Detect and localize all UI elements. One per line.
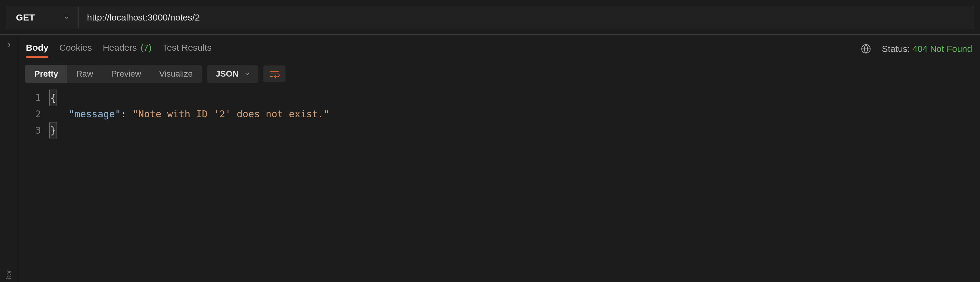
response-tabs: Body Cookies Headers (7) Test Results St… bbox=[25, 40, 973, 57]
tab-cookies[interactable]: Cookies bbox=[59, 41, 92, 57]
url-input[interactable] bbox=[78, 6, 974, 29]
code-line: 1 { bbox=[25, 90, 973, 106]
response-area: itor Body Cookies Headers (7) Test Resul… bbox=[0, 35, 980, 282]
left-gutter: itor bbox=[0, 35, 18, 282]
chevron-down-icon bbox=[63, 14, 70, 21]
expand-chevron-icon[interactable] bbox=[6, 42, 12, 48]
request-bar: GET bbox=[6, 6, 974, 29]
line-number: 3 bbox=[25, 122, 49, 138]
code-line: 2 "message": "Note with ID '2' does not … bbox=[25, 106, 973, 122]
close-brace: } bbox=[49, 122, 57, 139]
http-method-label: GET bbox=[16, 12, 35, 22]
line-number: 1 bbox=[25, 90, 49, 106]
tab-body[interactable]: Body bbox=[26, 41, 48, 57]
tab-test-results[interactable]: Test Results bbox=[162, 41, 212, 57]
json-key: "message" bbox=[68, 108, 121, 120]
status-label: Status: bbox=[882, 44, 910, 54]
vertical-label: itor bbox=[5, 270, 13, 279]
format-select-label: JSON bbox=[216, 69, 239, 79]
http-method-select[interactable]: GET bbox=[6, 6, 78, 29]
wrap-lines-button[interactable] bbox=[263, 66, 286, 82]
wrap-lines-icon bbox=[269, 70, 280, 78]
view-mode-preview[interactable]: Preview bbox=[102, 65, 150, 83]
chevron-down-icon bbox=[244, 70, 251, 77]
json-string: "Note with ID '2' does not exist." bbox=[132, 108, 329, 120]
format-select[interactable]: JSON bbox=[207, 65, 258, 83]
line-number: 2 bbox=[25, 106, 49, 122]
response-body-code[interactable]: 1 { 2 "message": "Note with ID '2' does … bbox=[25, 90, 973, 138]
tab-headers-count: (7) bbox=[140, 43, 152, 53]
view-mode-raw[interactable]: Raw bbox=[67, 65, 102, 83]
status-value: 404 Not Found bbox=[913, 44, 972, 54]
body-toolbar: Pretty Raw Preview Visualize JSON bbox=[25, 65, 973, 83]
open-brace: { bbox=[49, 90, 57, 106]
tab-headers-label: Headers bbox=[103, 43, 137, 53]
code-line: 3 } bbox=[25, 122, 973, 139]
view-mode-group: Pretty Raw Preview Visualize bbox=[25, 65, 202, 83]
response-main: Body Cookies Headers (7) Test Results St… bbox=[18, 35, 980, 282]
tab-headers[interactable]: Headers (7) bbox=[103, 41, 151, 57]
globe-icon[interactable] bbox=[861, 44, 871, 54]
view-mode-visualize[interactable]: Visualize bbox=[150, 65, 202, 83]
tabs-right: Status: 404 Not Found bbox=[861, 44, 972, 54]
json-colon: : bbox=[121, 108, 126, 120]
status-block: Status: 404 Not Found bbox=[882, 44, 972, 54]
view-mode-pretty[interactable]: Pretty bbox=[25, 65, 67, 83]
